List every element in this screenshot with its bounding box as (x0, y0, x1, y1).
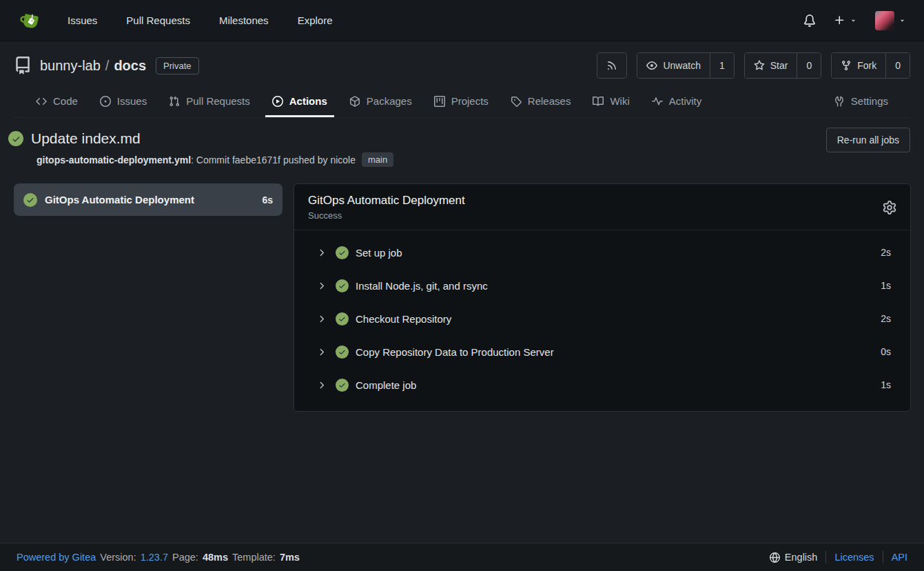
chevron-right-icon[interactable] (316, 347, 327, 357)
gear-icon[interactable] (883, 201, 896, 214)
create-new-button[interactable] (834, 14, 857, 26)
tab-issues[interactable]: Issues (93, 87, 154, 117)
repo-header: bunny-lab / docs Private Unwatch 1 (0, 41, 924, 118)
play-circle-icon (272, 96, 283, 107)
star-button[interactable]: Star (745, 53, 797, 78)
powered-by-gitea-link[interactable]: Powered by Gitea (17, 552, 96, 563)
chevron-right-icon[interactable] (316, 248, 327, 258)
breadcrumb-separator: / (105, 58, 110, 74)
tab-packages[interactable]: Packages (342, 87, 419, 117)
run-subtitle: gitops-automatic-deployment.yml: Commit … (37, 152, 910, 167)
licenses-link[interactable]: Licenses (834, 552, 874, 563)
unwatch-button[interactable]: Unwatch (637, 53, 709, 78)
step-duration: 1s (881, 379, 891, 390)
footer-left: Powered by Gitea Version: 1.23.7 Page: 4… (17, 552, 300, 563)
footer-divider (883, 551, 883, 563)
job-list-item[interactable]: GitOps Automatic Deployment 6s (14, 183, 283, 216)
nav-link-explore[interactable]: Explore (298, 14, 333, 26)
issue-icon (100, 96, 111, 107)
globe-icon (770, 552, 780, 563)
bell-icon[interactable] (803, 14, 816, 27)
template-time: 7ms (280, 552, 300, 563)
step-name[interactable]: Install Node.js, git, and rsync (356, 280, 881, 292)
run-title: Update index.md (31, 130, 141, 147)
step-name[interactable]: Copy Repository Data to Production Serve… (356, 346, 881, 358)
stars-count[interactable]: 0 (797, 53, 821, 78)
avatar (875, 11, 894, 30)
repo-book-icon (14, 57, 32, 74)
job-duration: 6s (262, 194, 273, 206)
tools-icon (834, 96, 845, 107)
user-menu[interactable] (875, 11, 906, 30)
version-label: Version: (100, 552, 136, 563)
caret-down-icon (899, 17, 906, 24)
step-name[interactable]: Checkout Repository (356, 313, 881, 325)
step-duration: 1s (881, 280, 891, 291)
chevron-right-icon[interactable] (316, 281, 327, 291)
step-duration: 2s (881, 247, 891, 258)
nav-link-issues[interactable]: Issues (68, 14, 97, 26)
nav-link-milestones[interactable]: Milestones (219, 14, 269, 26)
footer-right: English Licenses API (770, 551, 907, 563)
star-icon (754, 60, 765, 71)
eye-icon (646, 60, 657, 71)
star-button-group: Star 0 (744, 52, 821, 79)
step-row[interactable]: Complete job 1s (294, 368, 910, 401)
nav-links: Issues Pull Requests Milestones Explore (68, 14, 332, 26)
tab-actions[interactable]: Actions (265, 87, 334, 117)
pulse-icon (652, 96, 663, 107)
fork-button-group: Fork 0 (831, 52, 910, 79)
version-link[interactable]: 1.23.7 (141, 552, 168, 563)
repo-action-buttons: Unwatch 1 Star 0 Fork 0 (597, 52, 910, 79)
branch-badge[interactable]: main (362, 152, 393, 167)
job-panel-title: GitOps Automatic Deployment (308, 194, 883, 208)
step-check-circle-icon (336, 312, 349, 325)
step-name[interactable]: Complete job (356, 379, 881, 391)
chevron-right-icon[interactable] (316, 380, 327, 390)
nav-link-pull-requests[interactable]: Pull Requests (126, 14, 190, 26)
tab-settings[interactable]: Settings (827, 87, 895, 117)
steps-list: Set up job 2s Install Node.js, git, and … (294, 230, 910, 411)
language-selector[interactable]: English (770, 552, 818, 563)
step-name[interactable]: Set up job (356, 247, 881, 259)
step-duration: 2s (881, 313, 891, 324)
footer-divider (825, 551, 826, 563)
code-icon (36, 96, 47, 107)
tab-activity[interactable]: Activity (645, 87, 709, 117)
job-panel-header: GitOps Automatic Deployment Success (294, 184, 910, 230)
fork-button[interactable]: Fork (832, 53, 885, 78)
rss-button[interactable] (597, 52, 627, 79)
job-name: GitOps Automatic Deployment (45, 194, 262, 206)
watchers-count[interactable]: 1 (710, 53, 734, 78)
step-check-circle-icon (336, 246, 349, 259)
step-row[interactable]: Install Node.js, git, and rsync 1s (294, 269, 910, 302)
tab-code[interactable]: Code (29, 87, 85, 117)
step-row[interactable]: Checkout Repository 2s (294, 302, 910, 335)
run-status-check-circle-icon (8, 131, 23, 146)
book-open-icon (593, 96, 604, 107)
chevron-right-icon[interactable] (316, 314, 327, 324)
plus-icon (834, 14, 845, 26)
package-icon (349, 96, 360, 107)
template-label: Template: (232, 552, 276, 563)
tab-releases[interactable]: Releases (504, 87, 578, 117)
tab-wiki[interactable]: Wiki (586, 87, 636, 117)
forks-count[interactable]: 0 (885, 53, 910, 78)
commit-text: : Commit faebe1671f pushed by nicole (191, 154, 356, 166)
rss-icon (606, 60, 617, 71)
page-time: 48ms (203, 552, 228, 563)
tab-pull-requests[interactable]: Pull Requests (162, 87, 257, 117)
step-row[interactable]: Set up job 2s (294, 236, 910, 269)
repo-owner-link[interactable]: bunny-lab (40, 58, 101, 74)
private-badge: Private (156, 57, 198, 74)
gitea-logo[interactable] (18, 9, 41, 32)
step-row[interactable]: Copy Repository Data to Production Serve… (294, 335, 910, 368)
api-link[interactable]: API (892, 552, 907, 563)
workflow-file-name: gitops-automatic-deployment.yml (37, 154, 191, 166)
step-check-circle-icon (336, 379, 349, 392)
repo-name-link[interactable]: docs (114, 58, 146, 74)
rerun-all-jobs-button[interactable]: Re-run all jobs (826, 128, 910, 152)
tab-projects[interactable]: Projects (427, 87, 495, 117)
repo-tabs: Code Issues Pull Requests Actions Packag… (14, 87, 910, 118)
tag-icon (511, 96, 522, 107)
